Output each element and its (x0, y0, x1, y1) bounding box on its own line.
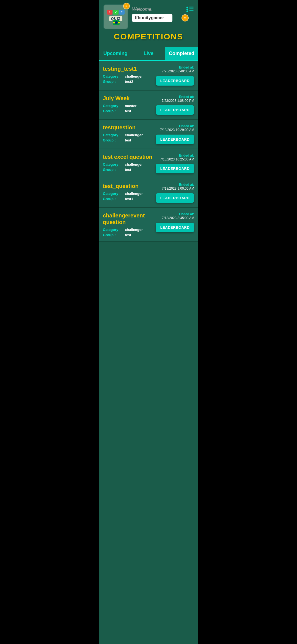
ended-at-label-5: Ended at: (162, 212, 194, 216)
leaderboard-button-2[interactable]: LEADERBOARD (156, 135, 194, 144)
welcome-section: Welcome, tfbunitygamer ✏ (128, 4, 185, 22)
group-value-5: test (125, 233, 131, 237)
group-label-3: Group : (103, 168, 125, 172)
category-label-3: Category : (103, 162, 125, 167)
leaderboard-button-1[interactable]: LEADERBOARD (156, 105, 194, 115)
ended-at-section-5: Ended at: 7/18/2023 8:45:00 AM (162, 212, 194, 220)
comp-left-0: testing_test1 Category : challenger Grou… (103, 66, 153, 84)
comp-group-row-4: Group : test1 (103, 197, 153, 201)
category-value-5: challenger (125, 228, 143, 232)
comp-right-1: Ended at: 7/23/2023 1:08:00 PM LEADERBOA… (156, 95, 194, 115)
comp-group-row-5: Group : test (103, 233, 153, 237)
ended-at-section-2: Ended at: 7/18/2023 10:29:00 AM (160, 124, 194, 132)
comp-category-row-2: Category : challenger (103, 133, 153, 137)
comp-name-2: testquestion (103, 124, 153, 131)
comp-group-row-2: Group : test (103, 138, 153, 142)
comp-name-0: testing_test1 (103, 66, 153, 72)
leaderboard-button-5[interactable]: LEADERBOARD (156, 223, 194, 232)
leaderboard-button-4[interactable]: LEADERBOARD (156, 193, 194, 203)
ended-at-label-2: Ended at: (160, 124, 194, 128)
group-label-2: Group : (103, 138, 125, 142)
competition-card: challengerevent question Category : chal… (99, 208, 198, 242)
svg-point-0 (186, 7, 188, 8)
competition-card: test_question Category : challenger Grou… (99, 178, 198, 208)
group-value-4: test1 (125, 197, 133, 201)
quiz-label: QUIZ (109, 16, 122, 21)
username-box: tfbunitygamer (132, 14, 172, 22)
header: ! ✓ ? QUIZ ✏ Welcome, (99, 0, 198, 47)
ended-at-value-2: 7/18/2023 10:29:00 AM (160, 128, 194, 132)
leaderboard-button-0[interactable]: LEADERBOARD (156, 76, 194, 86)
avatar-edit-button[interactable]: ✏ (123, 3, 130, 9)
avatar-section: ! ✓ ? QUIZ ✏ (103, 4, 128, 29)
group-value-1: test (125, 109, 131, 113)
brazil-flag (113, 20, 120, 25)
comp-category-row-5: Category : challenger (103, 228, 153, 232)
group-label-5: Group : (103, 233, 125, 237)
svg-point-2 (186, 9, 188, 10)
competitions-list: testing_test1 Category : challenger Grou… (99, 61, 198, 242)
category-label-2: Category : (103, 133, 125, 137)
competition-card: testquestion Category : challenger Group… (99, 120, 198, 149)
username-text: tfbunitygamer (135, 15, 164, 20)
category-label-1: Category : (103, 104, 125, 108)
category-label-0: Category : (103, 74, 125, 78)
competition-card: testing_test1 Category : challenger Grou… (99, 61, 198, 91)
ended-at-label-4: Ended at: (162, 183, 194, 187)
tab-completed[interactable]: Completed (165, 47, 198, 60)
ended-at-label-0: Ended at: (162, 66, 194, 69)
competition-card: July Week Category : master Group : test… (99, 91, 198, 120)
competition-card: test excel question Category : challenge… (99, 149, 198, 179)
comp-meta-2: Category : challenger Group : test (103, 133, 153, 142)
svg-rect-5 (189, 10, 194, 11)
comp-category-row-3: Category : challenger (103, 162, 153, 167)
tab-live[interactable]: Live (132, 47, 165, 60)
comp-meta-3: Category : challenger Group : test (103, 162, 153, 172)
comp-left-5: challengerevent question Category : chal… (103, 212, 153, 237)
group-value-2: test (125, 138, 131, 142)
category-label-4: Category : (103, 192, 125, 196)
app-container: ! ✓ ? QUIZ ✏ Welcome, (99, 0, 198, 644)
comp-right-2: Ended at: 7/18/2023 10:29:00 AM LEADERBO… (156, 124, 194, 144)
comp-right-0: Ended at: 7/26/2023 8:40:00 AM LEADERBOA… (156, 66, 194, 86)
tab-upcoming[interactable]: Upcoming (99, 47, 132, 60)
comp-category-row-4: Category : challenger (103, 192, 153, 196)
comp-left-2: testquestion Category : challenger Group… (103, 124, 153, 142)
svg-rect-1 (189, 7, 194, 7)
menu-button[interactable] (185, 4, 194, 14)
group-label-1: Group : (103, 109, 125, 113)
username-edit-button[interactable]: ✏ (182, 14, 189, 21)
svg-rect-3 (189, 9, 194, 9)
comp-category-row-1: Category : master (103, 104, 153, 108)
comp-category-row-0: Category : challenger (103, 74, 153, 78)
comp-meta-0: Category : challenger Group : test2 (103, 74, 153, 84)
comp-meta-1: Category : master Group : test (103, 104, 153, 113)
ended-at-value-1: 7/23/2023 1:08:00 PM (162, 99, 194, 103)
ended-at-value-4: 7/18/2023 9:00:00 AM (162, 187, 194, 191)
category-value-1: master (125, 104, 137, 108)
comp-right-5: Ended at: 7/18/2023 8:45:00 AM LEADERBOA… (156, 212, 194, 232)
group-label-4: Group : (103, 197, 125, 201)
ended-at-label-1: Ended at: (162, 95, 194, 99)
category-value-2: challenger (125, 133, 143, 137)
comp-name-4: test_question (103, 183, 153, 189)
welcome-text: Welcome, (132, 7, 185, 12)
comp-group-row-1: Group : test (103, 109, 153, 113)
comp-left-3: test excel question Category : challenge… (103, 154, 153, 172)
bubble-question: ? (119, 10, 125, 15)
ended-at-value-3: 7/18/2023 10:25:00 AM (160, 157, 194, 162)
leaderboard-button-3[interactable]: LEADERBOARD (156, 164, 194, 173)
page-title: COMPETITIONS (103, 29, 194, 45)
ended-at-section-0: Ended at: 7/26/2023 8:40:00 AM (162, 66, 194, 74)
comp-left-1: July Week Category : master Group : test (103, 95, 153, 113)
comp-meta-4: Category : challenger Group : test1 (103, 192, 153, 201)
ended-at-value-5: 7/18/2023 8:45:00 AM (162, 216, 194, 220)
ended-at-section-4: Ended at: 7/18/2023 9:00:00 AM (162, 183, 194, 191)
ended-at-value-0: 7/26/2023 8:40:00 AM (162, 69, 194, 74)
comp-name-5: challengerevent question (103, 212, 153, 225)
comp-left-4: test_question Category : challenger Grou… (103, 183, 153, 201)
group-value-3: test (125, 168, 131, 172)
avatar-wrapper: ! ✓ ? QUIZ ✏ (103, 4, 128, 29)
category-label-5: Category : (103, 228, 125, 232)
ended-at-section-1: Ended at: 7/23/2023 1:08:00 PM (162, 95, 194, 103)
